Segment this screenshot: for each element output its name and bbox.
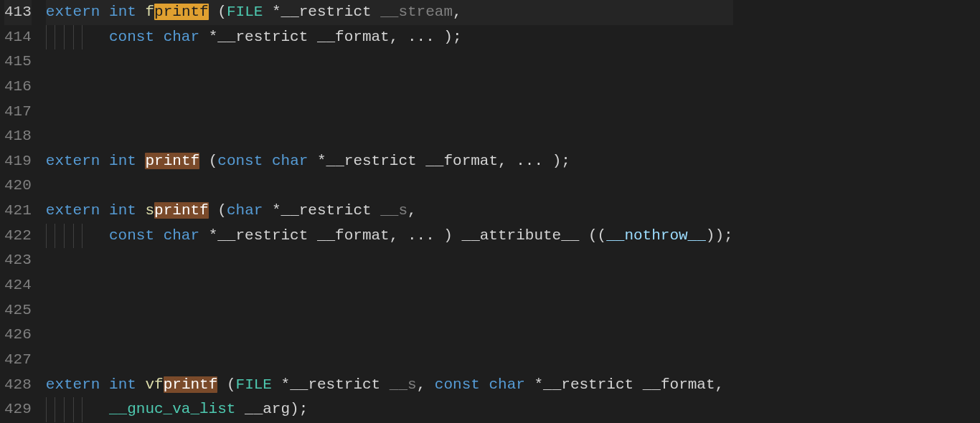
token [263, 153, 272, 169]
line-number: 428 [4, 373, 32, 398]
token-id: __arg [245, 401, 290, 417]
token-paren: ( [209, 153, 218, 169]
token-id: __format [317, 29, 390, 45]
token [633, 376, 643, 393]
line-number: 413 [4, 0, 32, 25]
line-number: 423 [4, 248, 32, 273]
code-line[interactable]: extern int printf (const char *__restric… [46, 149, 733, 174]
token: * [525, 376, 543, 393]
token-kw: char [164, 29, 199, 45]
line-number: 422 [4, 224, 32, 249]
token-id: __restrict [326, 153, 417, 169]
line-number: 415 [4, 49, 32, 75]
token: * [263, 4, 281, 20]
token-fn: vf [145, 376, 163, 393]
token: )); [706, 227, 733, 244]
token-kw: int [109, 202, 136, 219]
token: * [272, 376, 290, 393]
token: * [199, 227, 217, 244]
token-fn: f [145, 4, 154, 20]
token [136, 202, 146, 219]
token [154, 29, 164, 45]
token-kw: extern [46, 376, 100, 393]
token [480, 376, 489, 393]
code-line[interactable] [46, 174, 733, 199]
token [372, 4, 381, 20]
line-number: 419 [4, 149, 32, 174]
token-kw: extern [46, 202, 100, 219]
token [417, 153, 426, 169]
token-kw: char [227, 202, 263, 219]
token: * [199, 29, 217, 45]
code-line[interactable]: extern int sprintf (char *__restrict __s… [46, 199, 733, 224]
token: , ... ); [498, 153, 570, 169]
code-line[interactable]: const char *__restrict __format, ... ); [46, 25, 733, 50]
token-id: __format [643, 376, 715, 393]
token-id: __format [317, 227, 390, 244]
line-number: 425 [4, 298, 32, 323]
code-line[interactable] [46, 248, 733, 273]
token: , [715, 376, 725, 393]
line-number: 417 [4, 100, 32, 125]
token: , [453, 4, 462, 20]
token-kw: const [109, 227, 154, 244]
token-kw: char [489, 376, 524, 393]
token-kw: char [272, 153, 308, 169]
token-paren: ( [217, 202, 227, 219]
token [209, 202, 218, 219]
line-number: 414 [4, 25, 32, 50]
token-type: FILE [227, 4, 263, 20]
code-line[interactable] [46, 273, 733, 298]
token-id: __restrict [543, 376, 633, 393]
search-match: printf [154, 202, 209, 219]
line-number: 421 [4, 199, 32, 224]
code-editor[interactable]: 4134144154164174184194204214224234244254… [0, 0, 980, 423]
token-paren: ( [217, 4, 227, 20]
token-kw: extern [46, 153, 100, 169]
token [217, 376, 227, 393]
token [372, 202, 381, 219]
search-match: printf [164, 376, 218, 393]
code-line[interactable] [46, 100, 733, 125]
token-kw: int [109, 376, 136, 393]
token: , [407, 202, 417, 219]
code-line[interactable] [46, 75, 733, 100]
token [136, 153, 146, 169]
token-kw: char [164, 227, 199, 244]
code-line[interactable] [46, 348, 733, 373]
line-number: 416 [4, 75, 32, 100]
token-kw: const [217, 153, 263, 169]
code-line[interactable]: __gnuc_va_list __arg); [46, 397, 733, 422]
code-line[interactable]: extern int fprintf (FILE *__restrict __s… [46, 0, 733, 25]
token [199, 153, 209, 169]
line-number: 427 [4, 348, 32, 373]
token-param: __stream [380, 4, 453, 20]
token-type: FILE [236, 376, 272, 393]
token: * [263, 202, 281, 219]
token: , [417, 376, 435, 393]
code-line[interactable] [46, 49, 733, 75]
token-id2: __nothrow__ [606, 227, 706, 244]
token-kw: extern [46, 4, 100, 20]
code-line[interactable] [46, 124, 733, 149]
token-id: __attribute__ [462, 227, 580, 244]
token [100, 153, 109, 169]
code-area[interactable]: extern int fprintf (FILE *__restrict __s… [42, 0, 733, 423]
code-line[interactable] [46, 298, 733, 323]
token [235, 401, 245, 417]
token: * [308, 153, 326, 169]
code-line[interactable]: extern int vfprintf (FILE *__restrict __… [46, 373, 733, 398]
token [100, 4, 109, 20]
token-kw: const [109, 29, 154, 45]
token-kw: int [109, 153, 136, 169]
token [136, 4, 146, 20]
token: , ... ); [390, 29, 462, 45]
token-kw: int [109, 4, 136, 20]
token [308, 227, 317, 244]
line-number: 418 [4, 124, 32, 149]
token-id: __restrict [281, 202, 372, 219]
code-line[interactable] [46, 323, 733, 348]
token [154, 227, 164, 244]
code-line[interactable]: const char *__restrict __format, ... ) _… [46, 224, 733, 249]
token-kw: const [435, 376, 480, 393]
